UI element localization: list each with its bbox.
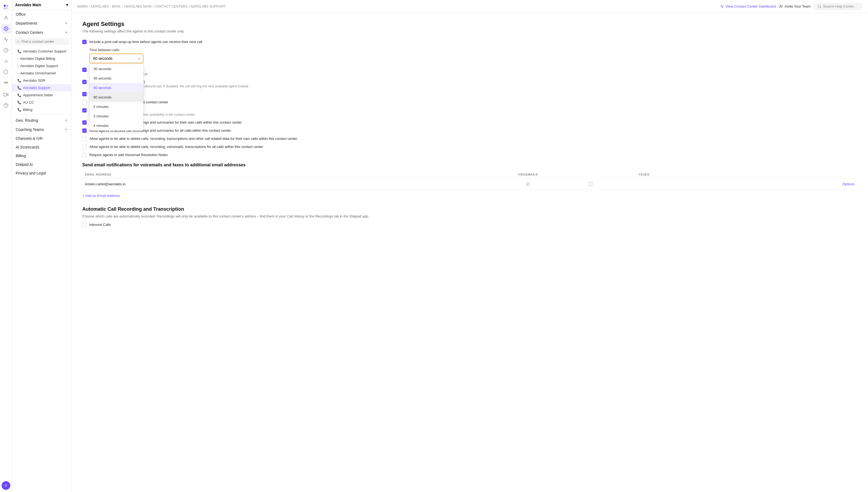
live-dashboard-row: nter's live dashboard: [82, 92, 857, 96]
delete-all-calls-label: Allow agents to be able to delete calls,…: [89, 145, 263, 149]
duration-other-checkbox[interactable]: [82, 100, 87, 104]
inbound-calls-label: Inbound Calls: [89, 223, 111, 227]
svg-point-19: [780, 5, 781, 6]
nav-icon-dialpad-logo[interactable]: [1, 79, 11, 89]
nav-departments[interactable]: Departments +: [12, 19, 71, 28]
sidebar-item-support[interactable]: 📞 Aerolabs Support: [12, 84, 71, 92]
nav-billing[interactable]: Billing: [12, 151, 71, 160]
outbound-checkbox[interactable]: [82, 80, 87, 84]
fax-checkbox[interactable]: [589, 182, 593, 186]
activity-icon: [720, 5, 724, 8]
nav-icon-help[interactable]: [1, 101, 11, 110]
sidebar-item-billing[interactable]: 📞 Billing: [12, 106, 71, 113]
option-2min[interactable]: 2 minutes: [90, 102, 143, 112]
option-4min[interactable]: 4 minutes: [90, 121, 143, 130]
search-help-button[interactable]: Search Help Center: [814, 3, 863, 10]
phone-icon-5: 📞: [17, 101, 21, 104]
nav-geo-routing[interactable]: Geo. Routing +: [12, 116, 71, 125]
delete-all-calls-checkbox[interactable]: [82, 145, 87, 149]
invite-team-button[interactable]: Invite Your Team: [779, 4, 811, 8]
nav-contact-centers-header[interactable]: Contact Centers +: [12, 28, 71, 37]
coaching-teams-add-icon[interactable]: +: [65, 127, 67, 132]
recording-section: Automatic Call Recording and Transcripti…: [82, 206, 857, 227]
email-section-title: Send email notifications for voicemails …: [82, 163, 857, 167]
recording-subtitle: Choose which calls are automatically rec…: [82, 214, 857, 218]
bility-row: bility within the contact center individ…: [82, 108, 857, 117]
sidebar-item-au-cc[interactable]: 📞 AU CC: [12, 99, 71, 106]
square-icon-3: ▪: [17, 71, 18, 75]
allow-all-recordings-checkbox[interactable]: [82, 128, 87, 133]
nav-coaching-teams[interactable]: Coaching Teams +: [12, 125, 71, 134]
user-plus-icon: [779, 5, 783, 8]
geo-routing-add-icon[interactable]: +: [65, 118, 67, 123]
tbc-label: Time between calls: [89, 48, 857, 52]
add-email-button[interactable]: + Add an Email Address: [82, 193, 120, 199]
bility-checkbox[interactable]: [82, 108, 87, 113]
svg-line-18: [19, 42, 20, 43]
option-90s[interactable]: 90 seconds: [90, 93, 143, 102]
topbar: ADMIN / AEROLABS - MAIN. / AEROLABS MAIN…: [71, 0, 868, 13]
nav-icon-activity[interactable]: [1, 45, 11, 55]
voicemail-notes-row: Require agents to add Voicemail Resoluti…: [82, 153, 857, 157]
nav-privacy-legal[interactable]: Privacy and Legal: [12, 169, 71, 177]
delete-own-calls-label: Allow agents to be able to delete calls,…: [89, 137, 297, 141]
inbound-calls-row: Inbound Calls: [82, 223, 857, 227]
nav-ai-scorecards[interactable]: Ai Scorecards: [12, 143, 71, 151]
nav-dialpad-ai[interactable]: Dialpad Ai: [12, 160, 71, 169]
svg-rect-0: [3, 5, 5, 7]
nav-icon-logo[interactable]: [1, 2, 11, 12]
col-options-header: [702, 171, 857, 178]
sidebar-item-digital-billing[interactable]: ▪ Aerolabs Digital Billing: [12, 55, 71, 62]
contact-centers-add-icon[interactable]: +: [65, 30, 67, 35]
left-nav: Aerolabs Main ▾ Office Departments + Con…: [12, 0, 71, 492]
svg-point-22: [818, 5, 821, 7]
departments-add-icon[interactable]: +: [65, 21, 67, 26]
nav-icon-video[interactable]: [1, 90, 11, 100]
workspace-selector[interactable]: Aerolabs Main ▾: [15, 3, 68, 7]
sidebar-item-customer-support[interactable]: 📞 Aerolabs Customer Support: [12, 48, 71, 55]
search-input[interactable]: [21, 40, 66, 44]
option-3min[interactable]: 3 minutes: [90, 112, 143, 121]
time-between-calls-section: Time between calls 60 seconds › 30 secon…: [89, 48, 857, 63]
page-subtitle: The following settings affect the agents…: [82, 29, 857, 33]
sidebar-item-omnichannel[interactable]: ▪ Aerolabs Omnichannel: [12, 70, 71, 77]
options-cell[interactable]: Options: [702, 178, 857, 190]
page-title: Agent Settings: [82, 21, 857, 28]
table-row: kristen.carlel@aerolabs.io Options: [82, 178, 857, 190]
contact-center-search[interactable]: [15, 38, 69, 45]
svg-point-4: [5, 16, 7, 18]
email-value: kristen.carlel@aerolabs.io: [85, 182, 126, 186]
phone-icon: 📞: [17, 49, 21, 53]
option-45s[interactable]: 45 seconds: [90, 74, 143, 83]
phone-icon-6: 📞: [17, 108, 21, 112]
option-30s[interactable]: 30 seconds: [90, 64, 143, 74]
sidebar-item-sdr[interactable]: 📞 Aerolabs SDR: [12, 77, 71, 84]
nav-channels-ivr[interactable]: Channels & IVR: [12, 134, 71, 143]
nav-icon-settings[interactable]: [1, 24, 11, 33]
listening-in-checkbox[interactable]: [82, 68, 87, 72]
nav-icon-contacts[interactable]: [1, 13, 11, 23]
voicemail-notes-label: Require agents to add Voicemail Resoluti…: [89, 153, 168, 157]
allow-own-recordings-checkbox[interactable]: [82, 120, 87, 125]
post-call-wrap-checkbox[interactable]: [82, 40, 87, 44]
time-dropdown-trigger[interactable]: 60 seconds ›: [89, 53, 143, 63]
delete-own-calls-checkbox[interactable]: [82, 137, 87, 141]
nav-office[interactable]: Office: [12, 10, 71, 19]
option-60s[interactable]: 60 seconds: [90, 83, 143, 93]
sidebar-item-digital-support[interactable]: ▪ Aerolabs Digital Support: [12, 62, 71, 70]
sidebar-item-appointment[interactable]: 📞 Appointment Setter: [12, 92, 71, 99]
recording-title: Automatic Call Recording and Transcripti…: [82, 206, 857, 212]
nav-icon-analytics[interactable]: [1, 34, 11, 44]
voicemail-notes-checkbox[interactable]: [82, 153, 87, 157]
view-dashboard-button[interactable]: View Contact Center Dashboard: [720, 4, 776, 8]
voicemail-checkbox[interactable]: [526, 182, 530, 187]
post-call-wrap-row: Include a post-call wrap-up time before …: [82, 40, 857, 44]
email-table: EMAIL ADDRESS VOICEMAILS FAXES kristen.c…: [82, 171, 857, 190]
live-dashboard-checkbox[interactable]: [82, 92, 87, 96]
nav-icon-chart[interactable]: [1, 56, 11, 66]
inbound-calls-checkbox[interactable]: [82, 223, 87, 227]
duration-other-row: s duration of other agents within the co…: [82, 100, 857, 104]
user-avatar[interactable]: U: [2, 481, 10, 490]
post-call-wrap-label: Include a post-call wrap-up time before …: [89, 40, 202, 44]
nav-icon-box[interactable]: [1, 67, 11, 77]
